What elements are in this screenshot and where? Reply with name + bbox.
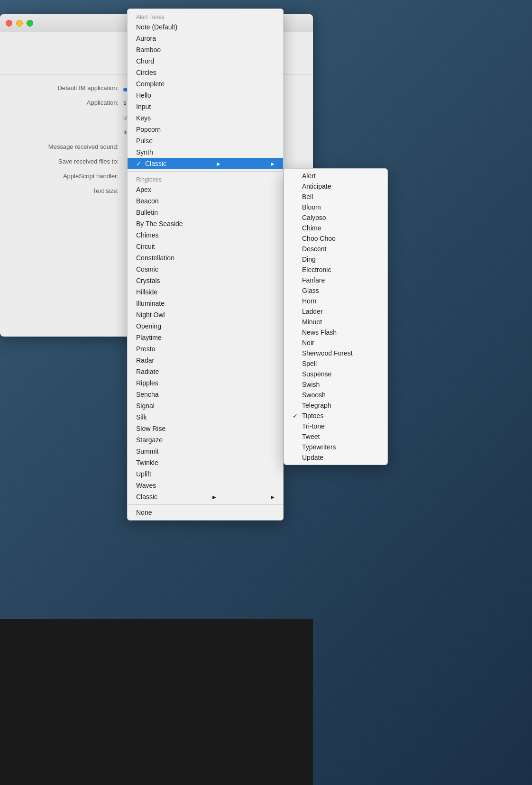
menu-item-classic-selected[interactable]: ✓ Classic ▶: [128, 158, 283, 169]
minimize-button[interactable]: [16, 20, 23, 27]
submenu-arrow-icon: ▶: [212, 494, 216, 500]
sub-item-label: Update: [302, 454, 323, 461]
sub-item-telegraph[interactable]: Telegraph: [284, 400, 387, 411]
black-area: [0, 619, 313, 785]
sub-item-tweet[interactable]: Tweet: [284, 431, 387, 442]
sub-item-calypso[interactable]: Calypso: [284, 212, 387, 223]
sub-item-label: Tweet: [302, 433, 320, 440]
menu-item-chimes[interactable]: Chimes: [128, 229, 283, 241]
menu-item-illuminate[interactable]: Illuminate: [128, 298, 283, 309]
menu-item-cosmic[interactable]: Cosmic: [128, 264, 283, 275]
sub-item-fanfare[interactable]: Fanfare: [284, 275, 387, 285]
menu-item-hello[interactable]: Hello: [128, 90, 283, 101]
main-dropdown[interactable]: Alert Tones Note (Default) Aurora Bamboo…: [127, 9, 284, 520]
sub-item-alert[interactable]: Alert: [284, 171, 387, 181]
menu-item-uplift[interactable]: Uplift: [128, 468, 283, 480]
sub-item-horn[interactable]: Horn: [284, 296, 387, 306]
menu-item-bulletin[interactable]: Bulletin: [128, 207, 283, 218]
menu-item-radar[interactable]: Radar: [128, 355, 283, 366]
menu-item-slow-rise[interactable]: Slow Rise: [128, 423, 283, 434]
menu-item-signal[interactable]: Signal: [128, 400, 283, 411]
menu-item-complete[interactable]: Complete: [128, 78, 283, 90]
sub-item-ladder[interactable]: Ladder: [284, 306, 387, 317]
menu-item-label: Cosmic: [136, 265, 158, 273]
menu-item-label: Slow Rise: [136, 425, 165, 432]
menu-item-stargaze[interactable]: Stargaze: [128, 434, 283, 446]
sub-item-label: Tiptoes: [302, 412, 323, 420]
menu-item-sencha[interactable]: Sencha: [128, 389, 283, 400]
menu-item-chord[interactable]: Chord: [128, 55, 283, 67]
sub-item-label: Descent: [302, 245, 326, 253]
sub-item-minuet[interactable]: Minuet: [284, 317, 387, 327]
menu-item-apex[interactable]: Apex: [128, 184, 283, 195]
menu-item-playtime[interactable]: Playtime: [128, 332, 283, 343]
sub-item-news-flash[interactable]: News Flash: [284, 327, 387, 338]
sub-item-electronic[interactable]: Electronic: [284, 265, 387, 275]
menu-item-crystals[interactable]: Crystals: [128, 275, 283, 286]
menu-item-label: Beacon: [136, 197, 158, 205]
sub-item-bloom[interactable]: Bloom: [284, 202, 387, 212]
sub-item-noir[interactable]: Noir: [284, 338, 387, 348]
menu-item-opening[interactable]: Opening: [128, 320, 283, 332]
menu-item-ripples[interactable]: Ripples: [128, 377, 283, 389]
sub-item-ding[interactable]: Ding: [284, 254, 387, 265]
sub-dropdown[interactable]: Alert Anticipate Bell Bloom Calypso Chim…: [284, 168, 388, 465]
sub-item-swish[interactable]: Swish: [284, 379, 387, 390]
sub-item-typewriters[interactable]: Typewriters: [284, 442, 387, 452]
sub-item-sherwood-forest[interactable]: Sherwood Forest: [284, 348, 387, 358]
menu-item-label: Classic: [136, 493, 157, 501]
sub-item-label: Horn: [302, 297, 316, 305]
sub-item-spell[interactable]: Spell: [284, 358, 387, 369]
close-button[interactable]: [6, 20, 12, 27]
menu-item-summit[interactable]: Summit: [128, 446, 283, 457]
menu-item-beacon[interactable]: Beacon: [128, 195, 283, 207]
menu-item-radiate[interactable]: Radiate: [128, 366, 283, 377]
menu-item-waves[interactable]: Waves: [128, 480, 283, 491]
menu-item-label: Synth: [136, 148, 153, 156]
menu-item-note-default[interactable]: Note (Default): [128, 21, 283, 33]
menu-item-label: By The Seaside: [136, 220, 183, 228]
menu-item-label: Chord: [136, 57, 154, 65]
sub-item-label: Calypso: [302, 214, 326, 221]
menu-item-keys[interactable]: Keys: [128, 112, 283, 124]
menu-item-popcorn[interactable]: Popcorn: [128, 124, 283, 135]
menu-divider-1: [128, 171, 283, 172]
sub-item-label: Alert: [302, 172, 316, 180]
sub-item-glass[interactable]: Glass: [284, 285, 387, 296]
menu-item-label: Hello: [136, 91, 151, 99]
menu-item-label: Chimes: [136, 231, 158, 239]
menu-item-twinkle[interactable]: Twinkle: [128, 457, 283, 468]
menu-item-synth[interactable]: Synth: [128, 146, 283, 158]
sub-item-tri-tone[interactable]: Tri-tone: [284, 421, 387, 431]
sub-item-choo-choo[interactable]: Choo Choo: [284, 233, 387, 244]
menu-item-by-the-seaside[interactable]: By The Seaside: [128, 218, 283, 229]
menu-item-constellation[interactable]: Constellation: [128, 252, 283, 264]
menu-item-label: Summit: [136, 447, 158, 455]
menu-item-circuit[interactable]: Circuit: [128, 241, 283, 252]
menu-item-night-owl[interactable]: Night Owl: [128, 309, 283, 320]
sub-item-descent[interactable]: Descent: [284, 244, 387, 254]
default-im-label: Default IM application:: [14, 84, 119, 91]
menu-item-classic-ringtone[interactable]: Classic ▶: [128, 491, 283, 502]
menu-item-none[interactable]: None: [128, 507, 283, 518]
sub-item-label: Typewriters: [302, 443, 336, 451]
menu-item-circles[interactable]: Circles: [128, 67, 283, 78]
sub-item-bell[interactable]: Bell: [284, 192, 387, 202]
menu-item-hillside[interactable]: Hillside: [128, 286, 283, 298]
sub-item-label: Suspense: [302, 370, 331, 378]
menu-item-bamboo[interactable]: Bamboo: [128, 44, 283, 55]
menu-item-pulse[interactable]: Pulse: [128, 135, 283, 146]
sub-item-tiptoes[interactable]: ✓ Tiptoes: [284, 411, 387, 421]
sub-item-chime[interactable]: Chime: [284, 223, 387, 233]
fullscreen-button[interactable]: [27, 20, 33, 27]
menu-item-label: Silk: [136, 413, 147, 421]
sub-item-swoosh[interactable]: Swoosh: [284, 390, 387, 400]
sub-item-update[interactable]: Update: [284, 452, 387, 463]
sub-item-anticipate[interactable]: Anticipate: [284, 181, 387, 192]
menu-item-label: Waves: [136, 482, 156, 489]
sub-item-suspense[interactable]: Suspense: [284, 369, 387, 379]
menu-item-presto[interactable]: Presto: [128, 343, 283, 355]
menu-item-input[interactable]: Input: [128, 101, 283, 112]
menu-item-aurora[interactable]: Aurora: [128, 33, 283, 44]
menu-item-silk[interactable]: Silk: [128, 411, 283, 423]
